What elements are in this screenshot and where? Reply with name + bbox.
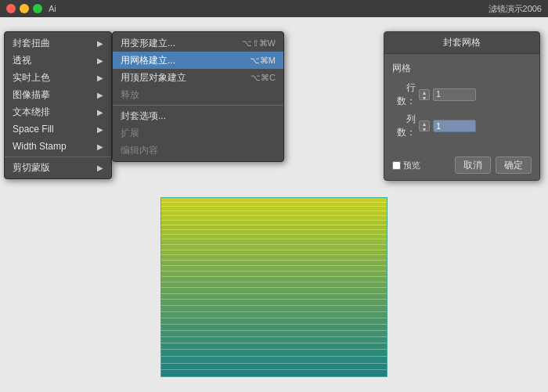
menu-item-image-trace[interactable]: 图像描摹 ▶ [5,86,111,103]
stripe [161,325,387,331]
arrow-icon: ▶ [97,142,103,151]
maximize-button[interactable] [33,4,42,13]
rows-spinner[interactable]: ▲ ▼ [419,89,430,100]
stripe [161,277,387,282]
arrow-icon: ▶ [97,39,103,48]
menu-divider [5,156,111,157]
stripe-container [161,198,387,376]
cols-row: 列数： ▲ ▼ [392,113,532,139]
menu-item-text-wrap[interactable]: 文本绕排 ▶ [5,103,111,120]
stripe [161,331,387,337]
context-menu: 封套扭曲 ▶ 透视 ▶ 实时上色 ▶ 图像描摹 ▶ 文本绕排 ▶ Space F… [4,31,112,179]
rows-label: 行数： [392,81,416,108]
stripe [161,266,387,272]
stripe [161,245,387,250]
menu-item-width-stamp[interactable]: Width Stamp ▶ [5,138,111,155]
arrow-icon: ▶ [97,91,103,99]
minimize-button[interactable] [20,4,29,13]
rows-value: 1 [433,88,476,101]
stripe [161,261,387,266]
stripe [161,357,387,364]
menu-item-perspective[interactable]: 透视 ▶ [5,52,111,69]
main-area: 封套扭曲 ▶ 透视 ▶ 实时上色 ▶ 图像描摹 ▶ 文本绕排 ▶ Space F… [0,17,548,392]
stripe [161,306,387,312]
arrow-icon: ▶ [97,56,103,65]
app-label: Ai [49,4,56,13]
canvas-area [160,197,388,377]
submenu-divider [113,105,283,106]
stripe [161,318,387,325]
stripe [161,282,387,288]
menu-item-clipping-mask[interactable]: 剪切蒙版 ▶ [5,159,111,176]
arrow-icon: ▶ [97,164,103,172]
dialog-panel: 封套网格 网格 行数： ▲ ▼ 1 列数： ▲ ▼ [384,31,540,181]
submenu-item-make-mesh[interactable]: 用网格建立... ⌥⌘M [113,52,283,69]
submenu-item-make-warp[interactable]: 用变形建立... ⌥⇧⌘W [113,34,283,52]
stripe [161,300,387,306]
cols-input[interactable] [433,120,476,132]
preview-checkbox[interactable] [392,161,401,170]
stripe [161,272,387,277]
menu-item-live-paint[interactable]: 实时上色 ▶ [5,69,111,86]
stripe [161,343,387,350]
menu-item-envelope-distort[interactable]: 封套扭曲 ▶ [5,34,111,52]
stripe [161,250,387,256]
stripe [161,312,387,318]
top-bar: Ai 滤镜演示2006 [0,0,548,17]
submenu-item-release[interactable]: 释放 [113,86,283,103]
cols-label: 列数： [392,113,416,139]
dialog-body: 网格 行数： ▲ ▼ 1 列数： ▲ ▼ [384,54,539,152]
rows-row: 行数： ▲ ▼ 1 [392,81,532,108]
stripe [161,370,387,376]
cancel-button[interactable]: 取消 [455,156,491,174]
dialog-section-label: 网格 [392,62,532,75]
stripe [161,288,387,293]
stripe [161,337,387,343]
stripe [161,294,387,300]
stripe [161,255,387,261]
stripe [161,364,387,371]
menu-item-space-fill[interactable]: Space Fill ▶ [5,120,111,138]
ok-button[interactable]: 确定 [496,156,532,174]
submenu-item-envelope-options[interactable]: 封套选项... [113,107,283,124]
window-title: 滤镜演示2006 [489,3,542,15]
submenu-item-make-top[interactable]: 用顶层对象建立 ⌥⌘C [113,69,283,86]
arrow-icon: ▶ [97,108,103,117]
close-button[interactable] [6,4,16,13]
traffic-lights [6,4,42,13]
submenu: 用变形建立... ⌥⇧⌘W 用网格建立... ⌥⌘M 用顶层对象建立 ⌥⌘C 释… [112,31,284,162]
submenu-item-expand[interactable]: 扩展 [113,124,283,142]
cols-spinner[interactable]: ▲ ▼ [419,120,430,131]
dialog-title: 封套网格 [384,32,539,54]
submenu-item-edit-content[interactable]: 编辑内容 [113,142,283,159]
stripe [161,350,387,356]
arrow-icon: ▶ [97,74,103,82]
dialog-footer: 预览 取消 确定 [384,152,539,180]
arrow-icon: ▶ [97,125,103,134]
preview-checkbox-label[interactable]: 预览 [392,160,420,171]
